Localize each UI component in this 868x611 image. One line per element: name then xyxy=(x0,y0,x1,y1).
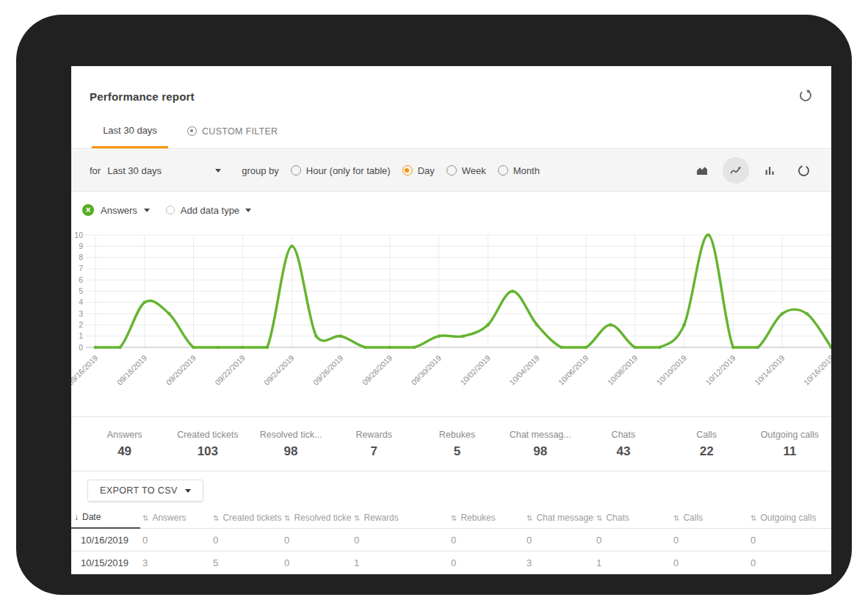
svg-text:09/16/2019: 09/16/2019 xyxy=(71,353,100,387)
stat-card[interactable]: Chats43 xyxy=(582,430,665,459)
cell-value: 5 xyxy=(211,557,282,568)
radio-label: Week xyxy=(462,165,486,176)
tab-last-30-days[interactable]: Last 30 days xyxy=(92,114,168,148)
cell-value: 0 xyxy=(449,557,524,568)
stat-card[interactable]: Answers49 xyxy=(83,430,166,459)
filter-toolbar: for Last 30 days group by Hour (only for… xyxy=(71,150,831,192)
cell-value: 0 xyxy=(449,535,524,546)
column-header-date[interactable]: ↓Date xyxy=(71,507,140,529)
svg-text:09/18/2019: 09/18/2019 xyxy=(115,353,149,387)
stat-value: 22 xyxy=(665,444,748,459)
sort-icon: ⇅ xyxy=(354,514,360,522)
report-header: Performance report xyxy=(71,66,831,114)
radio-icon xyxy=(446,165,457,176)
range-select[interactable]: Last 30 days xyxy=(107,165,221,176)
radio-icon xyxy=(291,165,301,176)
radio-selected-icon xyxy=(402,165,413,176)
add-data-type-label: Add data type xyxy=(181,205,239,216)
stat-value: 11 xyxy=(748,444,831,459)
column-header-chat-messages[interactable]: ⇅Chat messages xyxy=(524,507,594,529)
radio-option-day[interactable]: Day xyxy=(402,165,435,176)
svg-text:09/20/2019: 09/20/2019 xyxy=(164,353,198,387)
svg-text:2: 2 xyxy=(79,320,83,329)
column-header-rewards[interactable]: ⇅Rewards xyxy=(352,507,449,529)
line-chart-button[interactable] xyxy=(723,157,749,184)
chevron-down-icon xyxy=(245,209,251,212)
chevron-down-icon xyxy=(185,489,191,493)
stat-card[interactable]: Rewards7 xyxy=(333,430,416,459)
table-row[interactable]: 10/16/2019000000000 xyxy=(71,529,831,552)
column-header-calls[interactable]: ⇅Calls xyxy=(671,507,748,529)
column-header-created-tickets[interactable]: ⇅Created tickets xyxy=(211,507,282,529)
add-data-type[interactable]: Add data type xyxy=(166,205,251,216)
radio-label: Month xyxy=(513,165,540,176)
series-chip-answers[interactable]: × Answers xyxy=(82,204,150,216)
radio-icon xyxy=(498,165,508,176)
column-header-resolved-tickets[interactable]: ⇅Resolved tickets xyxy=(282,507,352,529)
radio-option-hour[interactable]: Hour (only for table) xyxy=(291,165,391,176)
remove-series-icon[interactable]: × xyxy=(82,204,94,216)
range-select-value: Last 30 days xyxy=(107,165,162,176)
radio-option-week[interactable]: Week xyxy=(446,165,486,176)
column-header-label: Outgoing calls xyxy=(760,513,816,523)
svg-text:8: 8 xyxy=(79,253,83,261)
stat-card[interactable]: Calls22 xyxy=(665,430,748,459)
column-header-outgoing-calls[interactable]: ⇅Outgoing calls xyxy=(748,507,831,529)
radio-option-month[interactable]: Month xyxy=(498,165,540,176)
stat-value: 5 xyxy=(416,444,499,459)
line-chart-icon xyxy=(729,164,742,177)
donut-refresh-icon xyxy=(797,164,811,178)
group-by-label: group by xyxy=(242,165,279,176)
svg-text:09/22/2019: 09/22/2019 xyxy=(213,353,247,387)
column-header-label: Answers xyxy=(152,513,186,523)
chevron-down-icon xyxy=(144,209,150,212)
column-header-chats[interactable]: ⇅Chats xyxy=(594,507,671,529)
export-label: EXPORT TO CSV xyxy=(100,485,178,496)
stat-card[interactable]: Resolved tick...98 xyxy=(249,430,332,459)
stat-card[interactable]: Rebukes5 xyxy=(416,430,499,459)
svg-text:10/04/2019: 10/04/2019 xyxy=(507,353,541,387)
cell-value: 3 xyxy=(140,557,211,568)
column-header-rebukes[interactable]: ⇅Rebukes xyxy=(449,507,524,529)
tab-bar: Last 30 days CUSTOM FILTER xyxy=(71,114,831,149)
area-chart-button[interactable] xyxy=(689,157,715,184)
device-frame: Performance report Last 30 days CUSTOM F… xyxy=(16,15,852,595)
stat-card[interactable]: Created tickets103 xyxy=(166,430,249,459)
column-header-answers[interactable]: ⇅Answers xyxy=(140,507,211,529)
table-row[interactable]: 10/15/2019350103100 xyxy=(71,552,831,574)
svg-text:10/06/2019: 10/06/2019 xyxy=(557,353,590,387)
svg-text:09/30/2019: 09/30/2019 xyxy=(409,353,443,387)
sort-icon: ⇅ xyxy=(751,514,756,522)
performance-chart: 01234567891009/16/201909/18/201909/20/20… xyxy=(71,228,831,411)
filter-controls: for Last 30 days group by Hour (only for… xyxy=(90,165,540,176)
page-title: Performance report xyxy=(90,90,195,103)
export-to-csv-button[interactable]: EXPORT TO CSV xyxy=(87,480,203,502)
sort-icon: ⇅ xyxy=(142,514,148,522)
stat-label: Rewards xyxy=(333,430,416,440)
cell-value: 0 xyxy=(671,557,748,568)
column-header-label: Date xyxy=(82,512,101,522)
cell-value: 0 xyxy=(748,535,831,546)
svg-text:10/14/2019: 10/14/2019 xyxy=(753,353,786,387)
stat-label: Rebukes xyxy=(416,430,499,440)
for-label: for xyxy=(90,165,101,176)
cell-value: 0 xyxy=(282,557,352,568)
bar-chart-button[interactable] xyxy=(756,157,783,184)
refresh-button[interactable] xyxy=(796,87,815,106)
svg-text:10/08/2019: 10/08/2019 xyxy=(606,353,640,387)
column-header-label: Chats xyxy=(606,513,629,523)
cell-value: 0 xyxy=(352,535,449,546)
sort-icon: ⇅ xyxy=(451,514,457,522)
tab-custom-filter[interactable]: CUSTOM FILTER xyxy=(180,114,285,148)
sort-icon: ⇅ xyxy=(673,514,679,522)
area-chart-icon xyxy=(695,164,709,177)
cell-value: 3 xyxy=(524,557,594,568)
stat-card[interactable]: Outgoing calls11 xyxy=(748,430,831,459)
svg-text:5: 5 xyxy=(79,286,83,295)
svg-text:3: 3 xyxy=(79,309,83,318)
cell-value: 0 xyxy=(748,557,831,568)
stat-label: Chats xyxy=(582,430,665,440)
donut-refresh-button[interactable] xyxy=(790,157,817,184)
stat-card[interactable]: Chat messag...98 xyxy=(499,430,582,459)
data-table: ↓Date⇅Answers⇅Created tickets⇅Resolved t… xyxy=(71,507,831,574)
